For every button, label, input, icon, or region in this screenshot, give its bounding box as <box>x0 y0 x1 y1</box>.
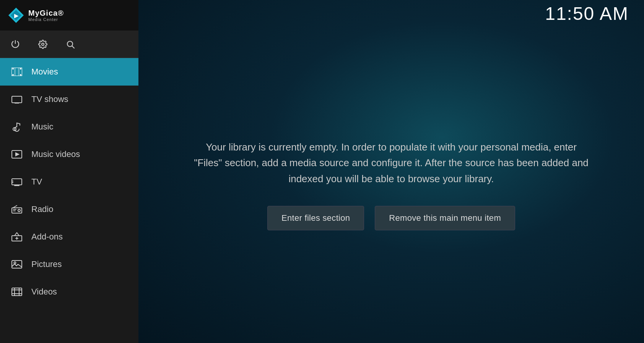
svg-rect-32 <box>12 288 22 296</box>
add-ons-icon <box>11 232 23 242</box>
svg-text:▶: ▶ <box>14 13 19 19</box>
svg-point-31 <box>14 262 16 264</box>
svg-rect-13 <box>12 96 22 103</box>
nav-label-music-videos: Music videos <box>31 149 80 159</box>
remove-menu-item-button[interactable]: Remove this main menu item <box>375 206 515 230</box>
svg-point-24 <box>18 209 20 212</box>
action-buttons: Enter files section Remove this main men… <box>267 206 515 230</box>
empty-library-message: Your library is currently empty. In orde… <box>190 139 592 187</box>
svg-rect-19 <box>12 179 22 185</box>
nav-label-tv: TV <box>31 177 42 187</box>
nav-item-music[interactable]: Music <box>0 113 138 141</box>
clock-display: 11:50 AM <box>545 3 629 24</box>
nav-label-radio: Radio <box>31 204 53 214</box>
main-content: 11:50 AM Your library is currently empty… <box>138 0 644 343</box>
power-button[interactable] <box>11 40 20 49</box>
svg-point-10 <box>20 74 21 76</box>
svg-point-3 <box>42 43 44 45</box>
sidebar: ▶ MyGica® Media Center <box>0 0 138 343</box>
svg-rect-12 <box>18 68 20 76</box>
logo-text: MyGica® Media Center <box>28 9 64 22</box>
sidebar-header: ▶ MyGica® Media Center <box>0 0 138 31</box>
tv-shows-icon <box>11 95 23 104</box>
videos-icon <box>11 287 23 296</box>
svg-rect-11 <box>14 68 16 76</box>
nav-item-add-ons[interactable]: Add-ons <box>0 223 138 251</box>
nav-label-videos: Videos <box>31 287 57 297</box>
radio-icon <box>11 205 23 214</box>
svg-marker-18 <box>16 153 19 156</box>
search-button[interactable] <box>66 40 75 49</box>
nav-label-music: Music <box>31 122 53 132</box>
nav-item-radio[interactable]: Radio <box>0 196 138 223</box>
nav-item-pictures[interactable]: Pictures <box>0 251 138 278</box>
svg-point-9 <box>12 74 14 76</box>
tv-icon <box>11 177 23 186</box>
nav-label-movies: Movies <box>31 67 58 77</box>
logo-icon: ▶ <box>8 7 24 24</box>
enter-files-section-button[interactable]: Enter files section <box>267 206 364 230</box>
svg-point-7 <box>12 68 14 70</box>
nav-item-tv[interactable]: TV <box>0 168 138 196</box>
nav-menu: Movies TV shows Music <box>0 58 138 343</box>
nav-label-pictures: Pictures <box>31 259 62 269</box>
nav-item-movies[interactable]: Movies <box>0 58 138 86</box>
sidebar-toolbar <box>0 31 138 58</box>
nav-label-add-ons: Add-ons <box>31 232 63 242</box>
top-bar: 11:50 AM <box>138 0 644 27</box>
nav-label-tv-shows: TV shows <box>31 94 68 104</box>
nav-item-music-videos[interactable]: Music videos <box>0 141 138 168</box>
brand-name: MyGica® <box>28 9 64 17</box>
svg-line-5 <box>72 46 75 48</box>
nav-item-tv-shows[interactable]: TV shows <box>0 86 138 113</box>
settings-button[interactable] <box>38 40 47 49</box>
pictures-icon <box>11 260 23 269</box>
music-icon <box>11 122 23 132</box>
brand-subtitle: Media Center <box>28 17 64 22</box>
svg-point-8 <box>20 68 21 70</box>
movies-icon <box>11 68 23 76</box>
svg-rect-30 <box>12 260 22 268</box>
music-videos-icon <box>11 150 23 159</box>
nav-item-videos[interactable]: Videos <box>0 278 138 306</box>
content-area: Your library is currently empty. In orde… <box>138 27 644 343</box>
